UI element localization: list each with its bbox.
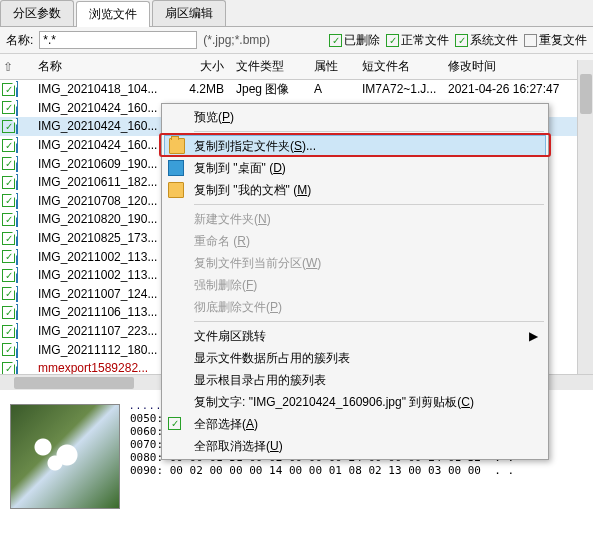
menu-item[interactable]: 复制文字: "IMG_20210424_160906.jpg" 到剪贴板(C) (164, 391, 546, 413)
menu-item: 复制文件到当前分区(W) (164, 252, 546, 274)
cell-short: IM7A72~1.J... (356, 80, 442, 98)
cell-date: 2021-04-26 16:27:47 (442, 80, 593, 98)
tabs: 分区参数 浏览文件 扇区编辑 (0, 0, 593, 27)
menu-item[interactable]: 复制到指定文件夹(S)... (164, 135, 546, 157)
file-icon (16, 156, 18, 172)
desktop-icon (168, 160, 184, 176)
menu-item[interactable]: 复制到 "我的文档" (M) (164, 179, 546, 201)
cell-name: IMG_20210708_120... (32, 192, 178, 210)
file-icon (16, 211, 18, 227)
cell-name: IMG_20210418_104... (32, 80, 178, 98)
menu-item[interactable]: 文件扇区跳转▶ (164, 325, 546, 347)
filter-hint: (*.jpg;*.bmp) (203, 33, 270, 47)
menu-item-label: 重命名 (R) (194, 233, 250, 250)
documents-icon (168, 182, 184, 198)
col-date[interactable]: 修改时间 (442, 56, 593, 77)
check-dup[interactable]: 重复文件 (524, 32, 587, 49)
menu-item-label: 复制到指定文件夹(S)... (194, 138, 316, 155)
up-folder-icon[interactable]: ⇧ (0, 60, 16, 74)
menu-item: 新建文件夹(N) (164, 208, 546, 230)
file-icon (16, 100, 18, 116)
check-system[interactable]: ✓系统文件 (455, 32, 518, 49)
cell-type: Jpeg 图像 (230, 79, 308, 100)
tab-sector[interactable]: 扇区编辑 (152, 0, 226, 26)
checkbox-icon: ✓ (386, 34, 399, 47)
file-icon (16, 174, 18, 190)
menu-item[interactable]: 全部取消选择(U) (164, 435, 546, 457)
menu-item-label: 复制文字: "IMG_20210424_160906.jpg" 到剪贴板(C) (194, 394, 474, 411)
image-thumbnail (10, 404, 120, 509)
tab-partition[interactable]: 分区参数 (0, 0, 74, 26)
col-type[interactable]: 文件类型 (230, 56, 308, 77)
menu-item-label: 显示根目录占用的簇列表 (194, 372, 326, 389)
col-attr[interactable]: 属性 (308, 56, 356, 77)
menu-item-label: 复制到 "桌面" (D) (194, 160, 286, 177)
file-icon (16, 193, 18, 209)
menu-separator (194, 321, 544, 322)
menu-item[interactable]: 显示根目录占用的簇列表 (164, 369, 546, 391)
file-icon (16, 81, 18, 97)
scroll-thumb[interactable] (14, 377, 134, 389)
checkbox-icon: ✓ (455, 34, 468, 47)
menu-item[interactable]: ✓全部选择(A) (164, 413, 546, 435)
checkbox-icon (524, 34, 537, 47)
table-row[interactable]: ✓IMG_20210418_104...4.2MBJpeg 图像AIM7A72~… (0, 80, 593, 99)
scrollbar-vertical[interactable] (577, 60, 593, 374)
menu-item-label: 复制到 "我的文档" (M) (194, 182, 311, 199)
col-name[interactable]: 名称 (32, 56, 178, 77)
cell-attr: A (308, 80, 356, 98)
submenu-arrow-icon: ▶ (529, 329, 538, 343)
scroll-thumb[interactable] (580, 74, 592, 114)
menu-item-label: 文件扇区跳转 (194, 328, 266, 345)
menu-item-label: 显示文件数据所占用的簇列表 (194, 350, 350, 367)
menu-item[interactable]: 复制到 "桌面" (D) (164, 157, 546, 179)
menu-item: 强制删除(F) (164, 274, 546, 296)
checkbox-icon: ✓ (329, 34, 342, 47)
check-normal[interactable]: ✓正常文件 (386, 32, 449, 49)
menu-separator (194, 131, 544, 132)
file-icon (16, 137, 18, 153)
cell-name: IMG_20211002_113... (32, 266, 178, 284)
menu-item-label: 全部取消选择(U) (194, 438, 283, 455)
cell-name: IMG_20210611_182... (32, 173, 178, 191)
file-icon (16, 286, 18, 302)
filter-bar: 名称: (*.jpg;*.bmp) ✓已删除 ✓正常文件 ✓系统文件 重复文件 (0, 27, 593, 54)
menu-item-label: 复制文件到当前分区(W) (194, 255, 321, 272)
name-filter-input[interactable] (39, 31, 197, 49)
cell-name: IMG_20211106_113... (32, 303, 178, 321)
menu-item[interactable]: 显示文件数据所占用的簇列表 (164, 347, 546, 369)
cell-name: IMG_20210424_160... (32, 136, 178, 154)
cell-name: IMG_20211112_180... (32, 341, 178, 359)
menu-item: 重命名 (R) (164, 230, 546, 252)
cell-name: IMG_20210424_160... (32, 117, 178, 135)
check-deleted[interactable]: ✓已删除 (329, 32, 380, 49)
menu-item[interactable]: 预览(P) (164, 106, 546, 128)
cell-name: IMG_20210820_190... (32, 210, 178, 228)
menu-item-label: 预览(P) (194, 109, 234, 126)
folder-icon (169, 138, 185, 154)
cell-name: IMG_20211002_113... (32, 248, 178, 266)
menu-item: 彻底删除文件(P) (164, 296, 546, 318)
menu-separator (194, 204, 544, 205)
file-icon (16, 249, 18, 265)
cell-name: IMG_20211107_223... (32, 322, 178, 340)
menu-item-label: 新建文件夹(N) (194, 211, 271, 228)
grid-header: ⇧ 名称 大小 文件类型 属性 短文件名 修改时间 (0, 54, 593, 80)
file-icon (16, 323, 18, 339)
cell-name: IMG_20211007_124... (32, 285, 178, 303)
cell-name: IMG_20210424_160... (32, 99, 178, 117)
menu-item-label: 彻底删除文件(P) (194, 299, 282, 316)
menu-item-label: 全部选择(A) (194, 416, 258, 433)
file-icon (16, 342, 18, 358)
tab-browse[interactable]: 浏览文件 (76, 1, 150, 27)
file-icon (16, 230, 18, 246)
menu-item-label: 强制删除(F) (194, 277, 257, 294)
cell-name: IMG_20210825_173... (32, 229, 178, 247)
filter-label: 名称: (6, 32, 33, 49)
cell-name: IMG_20210609_190... (32, 155, 178, 173)
file-icon (16, 118, 18, 134)
col-size[interactable]: 大小 (178, 56, 230, 77)
cell-size: 4.2MB (178, 80, 230, 98)
col-short[interactable]: 短文件名 (356, 56, 442, 77)
context-menu: 预览(P)复制到指定文件夹(S)...复制到 "桌面" (D)复制到 "我的文档… (161, 103, 549, 460)
